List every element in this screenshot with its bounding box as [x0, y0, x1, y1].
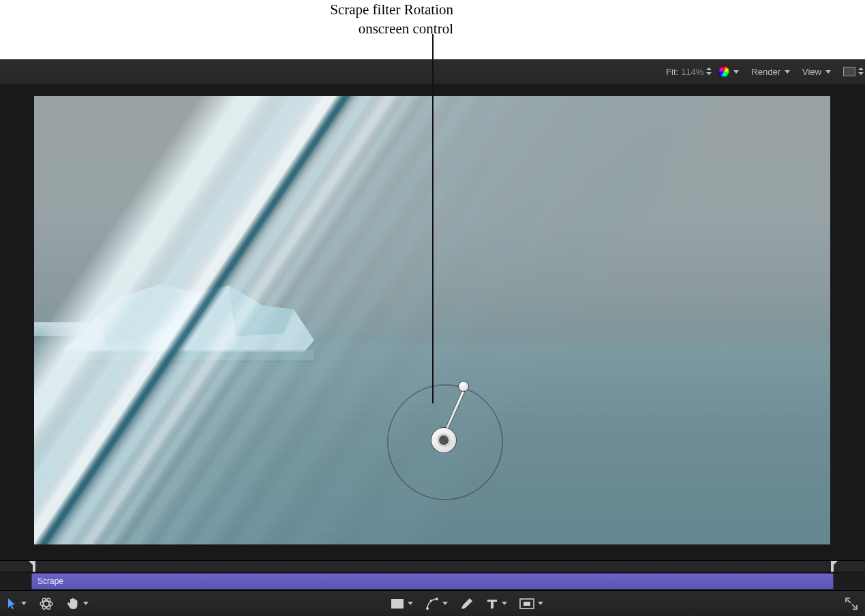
- chevron-down-icon: [83, 602, 89, 605]
- chevron-down-icon: [21, 602, 27, 605]
- mask-rectangle-tool[interactable]: [519, 598, 543, 609]
- timeline-ruler[interactable]: [0, 561, 865, 572]
- background-color-menu[interactable]: [843, 67, 858, 76]
- callout-line1: Scrape filter Rotation: [330, 1, 453, 18]
- color-channels-menu[interactable]: [718, 66, 739, 77]
- out-point-marker[interactable]: [830, 561, 839, 572]
- svg-point-5: [436, 598, 438, 600]
- pan-tool[interactable]: [66, 597, 89, 611]
- svg-rect-3: [391, 599, 404, 609]
- clip-label: Scrape: [37, 576, 63, 586]
- paint-brush-tool[interactable]: [460, 597, 474, 611]
- svg-rect-8: [523, 602, 530, 606]
- in-point-marker[interactable]: [27, 561, 37, 572]
- svg-point-0: [40, 601, 52, 606]
- callout-leader-line: [432, 34, 434, 403]
- view-label: View: [802, 67, 821, 77]
- chevron-down-icon: [408, 602, 413, 605]
- zoom-fit-control[interactable]: Fit: 114%: [666, 67, 706, 77]
- svg-point-4: [426, 607, 429, 610]
- color-wheel-icon: [718, 66, 729, 77]
- chevron-down-icon: [825, 70, 831, 74]
- canvas-tool-toolbar: [0, 590, 865, 616]
- callout-line2: onscreen control: [359, 20, 453, 37]
- callout-text: Scrape filter Rotation onscreen control: [256, 0, 453, 39]
- fit-value: 114%: [681, 67, 703, 77]
- background-swatch-icon: [843, 67, 855, 76]
- scrape-rotation-handle[interactable]: [459, 382, 468, 391]
- mini-timeline: Scrape: [0, 560, 865, 591]
- timeline-clip-scrape[interactable]: Scrape: [31, 573, 834, 589]
- chevron-down-icon: [785, 70, 790, 74]
- shape-rectangle-tool[interactable]: [391, 598, 413, 609]
- chevron-down-icon: [442, 602, 448, 605]
- text-tool[interactable]: [486, 598, 507, 610]
- pen-tool[interactable]: [425, 597, 448, 611]
- chevron-down-icon: [538, 602, 543, 605]
- chevron-down-icon: [733, 70, 739, 74]
- fullscreen-button[interactable]: [845, 597, 858, 611]
- orbit-3d-tool[interactable]: [39, 596, 54, 611]
- chevron-down-icon: [502, 602, 507, 605]
- render-label: Render: [751, 67, 780, 77]
- fit-label: Fit:: [666, 67, 678, 77]
- render-menu[interactable]: Render: [751, 67, 790, 77]
- scrape-center-handle[interactable]: [431, 428, 456, 452]
- select-tool[interactable]: [7, 598, 27, 610]
- view-menu[interactable]: View: [802, 67, 831, 77]
